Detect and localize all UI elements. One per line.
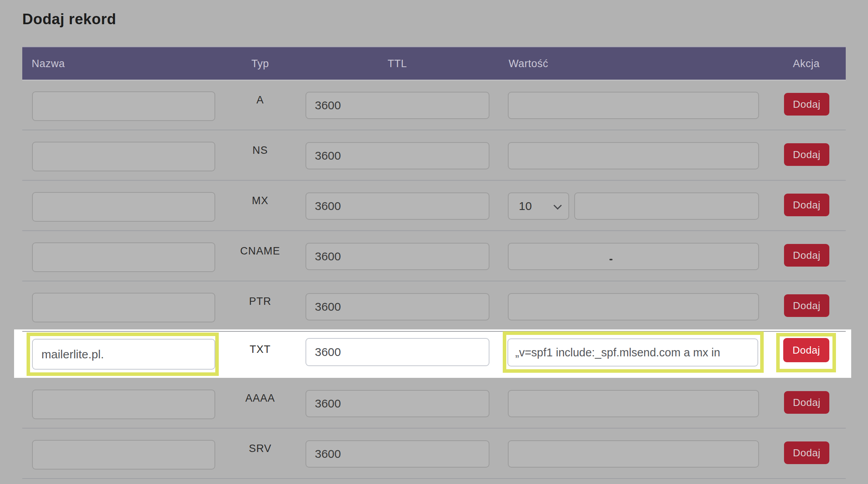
name-input[interactable] bbox=[32, 142, 215, 171]
cname-value-dot bbox=[609, 259, 613, 260]
ttl-input[interactable] bbox=[305, 192, 489, 220]
column-header-typ: Typ bbox=[221, 57, 299, 69]
page-title: Dodaj rekord bbox=[22, 11, 116, 28]
name-input[interactable] bbox=[32, 339, 215, 370]
ttl-input[interactable] bbox=[305, 92, 489, 119]
record-type-label: AAAA bbox=[221, 392, 299, 404]
column-header-wartosc: Wartość bbox=[509, 57, 548, 69]
record-row-mx: MX 10 Dodaj bbox=[22, 181, 846, 231]
ttl-input[interactable] bbox=[305, 338, 489, 366]
record-type-label: SRV bbox=[221, 443, 299, 455]
add-record-button[interactable]: Dodaj bbox=[784, 244, 829, 267]
record-row-aaaa: AAAA Dodaj bbox=[22, 378, 846, 429]
record-type-label: CNAME bbox=[221, 245, 299, 257]
table-header-row: Nazwa Typ TTL Wartość Akcja bbox=[22, 46, 846, 81]
ttl-input[interactable] bbox=[305, 440, 489, 468]
add-record-button[interactable]: Dodaj bbox=[784, 143, 829, 166]
add-record-button[interactable]: Dodaj bbox=[784, 391, 829, 414]
record-row-ptr: PTR Dodaj bbox=[22, 281, 846, 332]
value-input[interactable] bbox=[507, 338, 758, 367]
chevron-down-icon bbox=[554, 201, 562, 210]
record-type-label: TXT bbox=[221, 343, 299, 356]
mx-priority-select[interactable]: 10 bbox=[508, 192, 569, 220]
mx-priority-value: 10 bbox=[519, 199, 532, 212]
value-input[interactable] bbox=[508, 293, 759, 320]
add-record-button[interactable]: Dodaj bbox=[784, 441, 829, 464]
value-input[interactable] bbox=[508, 142, 759, 169]
ttl-input[interactable] bbox=[305, 243, 489, 270]
record-row-srv: SRV Dodaj bbox=[22, 429, 846, 479]
value-input[interactable] bbox=[508, 243, 759, 270]
name-input[interactable] bbox=[32, 390, 215, 419]
column-header-nazwa: Nazwa bbox=[32, 57, 65, 69]
record-type-label: MX bbox=[221, 195, 299, 207]
column-header-akcja: Akcja bbox=[767, 57, 845, 69]
value-input[interactable] bbox=[508, 390, 759, 417]
name-input[interactable] bbox=[32, 91, 215, 121]
record-row-ns: NS Dodaj bbox=[22, 130, 846, 181]
ttl-input[interactable] bbox=[305, 293, 489, 320]
ttl-input[interactable] bbox=[305, 142, 489, 169]
add-record-button[interactable]: Dodaj bbox=[783, 338, 829, 362]
record-row-cname: CNAME Dodaj bbox=[22, 231, 846, 281]
column-header-ttl: TTL bbox=[358, 57, 436, 69]
add-record-button[interactable]: Dodaj bbox=[784, 93, 829, 116]
record-row-txt: TXT Dodaj bbox=[22, 332, 846, 378]
value-input[interactable] bbox=[574, 192, 759, 220]
value-input[interactable] bbox=[508, 440, 759, 468]
record-type-label: A bbox=[221, 94, 299, 106]
add-record-button[interactable]: Dodaj bbox=[784, 194, 829, 216]
add-record-button[interactable]: Dodaj bbox=[784, 294, 829, 317]
name-input[interactable] bbox=[32, 192, 215, 222]
record-row-a: A Dodaj bbox=[22, 80, 846, 130]
value-input[interactable] bbox=[508, 92, 759, 119]
name-input[interactable] bbox=[32, 293, 215, 322]
name-input[interactable] bbox=[32, 242, 215, 272]
ttl-input[interactable] bbox=[305, 390, 489, 417]
record-type-label: PTR bbox=[221, 295, 299, 308]
name-input[interactable] bbox=[32, 440, 215, 470]
record-type-label: NS bbox=[221, 144, 299, 157]
